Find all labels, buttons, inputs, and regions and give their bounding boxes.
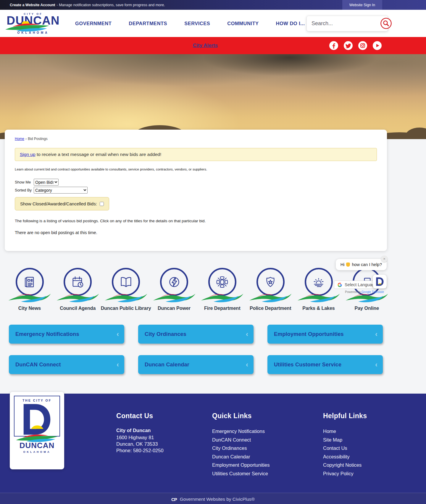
contact-phone-link[interactable]: Phone: 580-252-0250: [116, 447, 175, 454]
site-header: CITY OF DUNCAN OKLAHOMA GOVERNMENT DEPAR…: [0, 10, 426, 37]
contact-address2: Duncan, OK 73533: [116, 441, 175, 447]
breadcrumb-separator: ›: [25, 137, 27, 141]
search-button[interactable]: [380, 17, 392, 29]
translate-attribution: Powered by Google Translate: [345, 290, 384, 294]
quicklink-public-library[interactable]: Duncan Public Library: [102, 268, 150, 311]
breadcrumb-home-link[interactable]: Home: [15, 137, 24, 141]
empty-bids-message: There are no open bid postings at this t…: [15, 230, 377, 235]
youtube-icon[interactable]: [373, 41, 382, 50]
bid-postings-card: Home›Bid Postings Sign up to receive a t…: [5, 130, 387, 251]
chat-greeting-bubble[interactable]: Hi how can I help?: [336, 259, 387, 270]
chat-close-icon[interactable]: ×: [381, 256, 388, 262]
facebook-icon[interactable]: [329, 41, 338, 50]
swoosh-graphic: [7, 292, 52, 304]
quicklink-label: Duncan Public Library: [101, 306, 151, 311]
closed-bids-checkbox[interactable]: [100, 202, 104, 206]
site-footer: THE CITY OF DUNCAN OKLAHOMA Contact Us C…: [0, 394, 426, 493]
employment-opportunities-button[interactable]: Employment Opportunities ‹: [267, 325, 383, 344]
swoosh-graphic: [104, 292, 148, 304]
listing-note: The following is a listing of various bi…: [15, 219, 377, 223]
chatbot-avatar[interactable]: [373, 275, 387, 289]
chevron-icon: ‹: [117, 360, 119, 369]
footer-link-utilities-customer-service[interactable]: Utilities Customer Service: [212, 469, 280, 478]
button-label: DunCAN Connect: [15, 362, 61, 368]
nav-how-do-i[interactable]: HOW DO I...: [276, 21, 305, 26]
button-label: Utilities Customer Service: [274, 362, 341, 368]
language-select-label: Select Language: [345, 282, 377, 287]
chat-greeting-prefix: Hi: [341, 262, 345, 267]
quicklink-label: Pay Online: [355, 306, 379, 311]
google-translate-brand: Google Translate: [362, 290, 384, 294]
closed-bids-label: Show Closed/Awarded/Cancelled Bids:: [20, 201, 97, 206]
footer-link-site-map[interactable]: Site Map: [323, 436, 367, 444]
search-input[interactable]: [312, 20, 380, 27]
footer-link-contact-us[interactable]: Contact Us: [323, 444, 367, 453]
city-alerts-link[interactable]: City Alerts: [193, 43, 218, 49]
quicklink-fire-department[interactable]: Fire Department: [199, 268, 246, 311]
footer-logo-state: OKLAHOMA: [14, 450, 60, 453]
twitter-icon[interactable]: [344, 41, 353, 50]
footer-quick-links-column: Quick Links Emergency Notifications DunC…: [212, 394, 280, 478]
feature-buttons-grid: Emergency Notifications ‹ City Ordinance…: [9, 325, 383, 374]
swoosh-graphic: [200, 292, 244, 304]
signup-link[interactable]: Sign up: [20, 152, 36, 157]
city-ordinances-button[interactable]: City Ordinances ‹: [138, 325, 254, 344]
swoosh-graphic: [296, 292, 341, 304]
quicklink-duncan-power[interactable]: Duncan Power: [151, 268, 198, 311]
civicplus-bar: CP Government Websites by CivicPlus®: [0, 493, 426, 504]
show-me-select[interactable]: Open Bids: [34, 179, 59, 186]
chevron-icon: ‹: [246, 330, 248, 338]
civicplus-link[interactable]: Government Websites by CivicPlus®: [180, 497, 255, 502]
contact-org: City of Duncan: [116, 427, 175, 434]
alert-bar: City Alerts: [0, 37, 426, 54]
footer-link-city-ordinances[interactable]: City Ordinances: [212, 444, 280, 453]
duncan-connect-button[interactable]: DunCAN Connect ‹: [9, 355, 124, 374]
quick-links-heading: Quick Links: [212, 412, 280, 420]
social-icons: [329, 41, 382, 50]
duncan-logo[interactable]: CITY OF DUNCAN OKLAHOMA: [4, 12, 62, 34]
instagram-icon[interactable]: [358, 41, 367, 50]
top-utility-bar: Create a Website Account - Manage notifi…: [0, 0, 426, 10]
google-icon: [337, 282, 343, 288]
contact-address1: 1600 Highway 81: [116, 434, 175, 441]
chevron-icon: ‹: [375, 330, 377, 338]
footer-link-accessibility[interactable]: Accessibility: [323, 453, 367, 461]
quicklink-parks-lakes[interactable]: Parks & Lakes: [295, 268, 342, 311]
nav-government[interactable]: GOVERNMENT: [75, 21, 112, 26]
nav-services[interactable]: SERVICES: [184, 21, 210, 26]
footer-link-copyright-notices[interactable]: Copyright Notices: [323, 461, 367, 469]
footer-link-duncan-connect[interactable]: DunCAN Connect: [212, 436, 280, 444]
footer-link-employment-opportunities[interactable]: Employment Opportunities: [212, 461, 280, 469]
button-label: Employment Opportunities: [274, 331, 344, 337]
signup-text: to receive a text message or email when …: [37, 152, 161, 157]
quicklink-council-agenda[interactable]: Council Agenda: [54, 268, 101, 311]
duncan-calendar-button[interactable]: Duncan Calendar ‹: [138, 355, 254, 374]
sunset-water-icon: [305, 268, 333, 296]
quicklink-pay-online[interactable]: Pay Online: [343, 268, 390, 311]
nav-community[interactable]: COMMUNITY: [227, 21, 259, 26]
powered-by-text: Powered by: [345, 290, 361, 294]
emergency-notifications-button[interactable]: Emergency Notifications ‹: [9, 325, 124, 344]
footer-link-home[interactable]: Home: [323, 427, 367, 436]
quicklink-police-department[interactable]: Police Department: [247, 268, 294, 311]
create-account-link[interactable]: Create a Website Account: [10, 3, 55, 7]
newspaper-icon: [16, 268, 44, 296]
civicplus-icon: CP: [171, 497, 177, 502]
nav-departments[interactable]: DEPARTMENTS: [129, 21, 167, 26]
closed-bids-box: Show Closed/Awarded/Cancelled Bids:: [15, 197, 109, 210]
quicklink-city-news[interactable]: City News: [6, 268, 53, 311]
logo-state: OKLAHOMA: [4, 31, 62, 34]
sorted-by-select[interactable]: Category: [34, 187, 88, 194]
breadcrumb-current: Bid Postings: [28, 137, 48, 141]
footer-logo: THE CITY OF: [14, 396, 60, 437]
footer-link-privacy-policy[interactable]: Privacy Policy: [323, 469, 367, 478]
lightning-icon: [160, 268, 188, 296]
swoosh-graphic: [345, 292, 389, 304]
footer-link-duncan-calendar[interactable]: Duncan Calendar: [212, 453, 280, 461]
utilities-customer-service-button[interactable]: Utilities Customer Service ‹: [267, 355, 383, 374]
hero-sunset-image: [0, 54, 426, 139]
quicklinks-section: City News Council Agenda: [0, 251, 426, 324]
website-signin-button[interactable]: Website Sign In: [342, 0, 382, 10]
footer-link-emergency-notifications[interactable]: Emergency Notifications: [212, 427, 280, 436]
footer-helpful-links-column: Helpful Links Home Site Map Contact Us A…: [323, 394, 367, 478]
